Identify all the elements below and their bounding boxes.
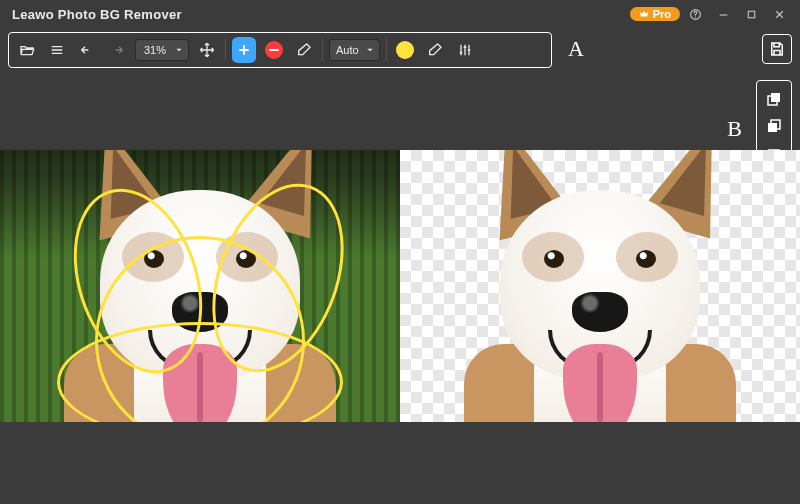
svg-point-1 [694, 16, 695, 17]
pro-badge[interactable]: Pro [630, 7, 680, 21]
redo-button[interactable] [105, 38, 129, 62]
maximize-button[interactable] [738, 3, 764, 25]
adjust-button[interactable] [453, 38, 477, 62]
eraser-icon [296, 42, 312, 58]
chevron-down-icon [365, 45, 375, 55]
toolbar: 31% Auto [8, 32, 792, 70]
annotation-label-B: B [727, 116, 742, 142]
undo-icon [79, 42, 95, 58]
minus-badge [265, 41, 283, 59]
layer-front-icon [765, 90, 783, 108]
move-button[interactable] [195, 38, 219, 62]
erase-outline-button[interactable] [423, 38, 447, 62]
hamburger-icon [49, 42, 65, 58]
sliders-icon [457, 42, 473, 58]
foreground-marker-button[interactable] [232, 38, 256, 62]
yellow-swatch-icon [396, 41, 414, 59]
erase-marker-button[interactable] [292, 38, 316, 62]
eraser-icon [427, 42, 443, 58]
svg-point-7 [463, 46, 466, 49]
close-icon [773, 8, 786, 21]
background-preview-button[interactable] [763, 115, 785, 137]
brush-color-button[interactable] [393, 38, 417, 62]
foreground-preview-button[interactable] [763, 88, 785, 110]
mode-dropdown[interactable]: Auto [329, 39, 380, 61]
save-icon [768, 40, 786, 58]
workspace [0, 150, 800, 422]
layer-back-icon [765, 117, 783, 135]
menu-button[interactable] [45, 38, 69, 62]
dog-original [45, 150, 355, 422]
crown-icon [639, 9, 649, 19]
background-marker-button[interactable] [262, 38, 286, 62]
plus-icon [236, 42, 252, 58]
annotation-label-A: A [568, 36, 584, 62]
help-button[interactable] [682, 3, 708, 25]
undo-button[interactable] [75, 38, 99, 62]
plus-badge [232, 37, 256, 63]
separator [386, 39, 387, 61]
mode-value: Auto [336, 44, 359, 56]
dog-cutout [445, 150, 755, 422]
folder-open-icon [19, 42, 35, 58]
svg-rect-3 [748, 11, 755, 18]
pro-badge-label: Pro [653, 8, 671, 20]
result-image-panel[interactable] [400, 150, 800, 422]
chevron-down-icon [174, 45, 184, 55]
svg-rect-12 [768, 123, 777, 132]
title-bar: Leawo Photo BG Remover Pro [0, 0, 800, 28]
help-icon [689, 8, 702, 21]
original-image-panel[interactable] [0, 150, 400, 422]
separator [322, 39, 323, 61]
save-button[interactable] [762, 34, 792, 64]
svg-point-8 [467, 49, 470, 52]
zoom-value: 31% [144, 44, 166, 56]
move-icon [199, 42, 215, 58]
zoom-dropdown[interactable]: 31% [135, 39, 189, 61]
toolbar-box-A: 31% Auto [8, 32, 552, 68]
minus-icon [266, 42, 282, 58]
maximize-icon [745, 8, 758, 21]
close-button[interactable] [766, 3, 792, 25]
minimize-button[interactable] [710, 3, 736, 25]
app-title: Leawo Photo BG Remover [12, 7, 182, 22]
separator [225, 39, 226, 61]
svg-point-6 [459, 51, 462, 54]
open-button[interactable] [15, 38, 39, 62]
redo-icon [109, 42, 125, 58]
svg-rect-9 [771, 93, 780, 102]
minimize-icon [717, 8, 730, 21]
